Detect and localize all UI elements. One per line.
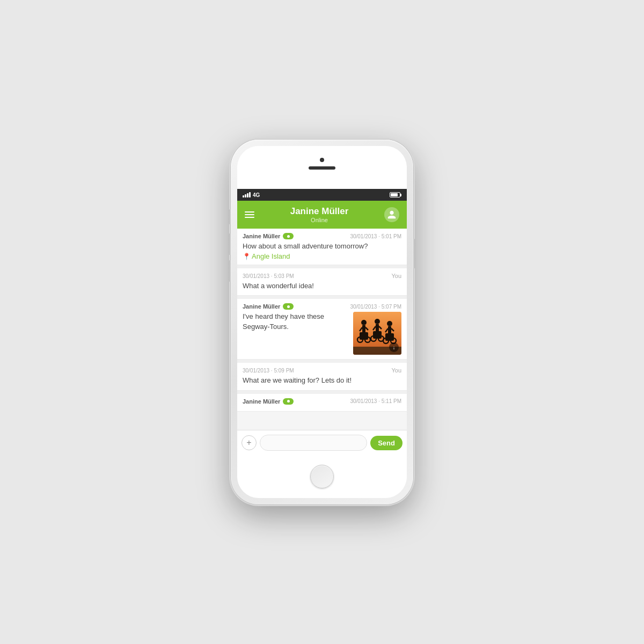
- phone-body: 4G: [231, 140, 413, 504]
- app-screen: 4G: [237, 189, 407, 455]
- app-header: Janine Müller Online: [237, 201, 407, 229]
- sender-row-1: Janine Müller: [243, 233, 294, 239]
- online-badge-5: [283, 398, 294, 405]
- header-title-area: Janine Müller Online: [290, 206, 349, 223]
- contact-avatar-button[interactable]: [384, 207, 399, 222]
- network-type-label: 4G: [253, 192, 260, 198]
- message-with-image-3: I've heard they have these Segway-Tours.: [243, 312, 401, 355]
- svg-rect-8: [360, 332, 368, 340]
- hamburger-line-1: [245, 211, 254, 213]
- volume-up-button[interactable]: [229, 233, 231, 255]
- message-text-2: What a wonderful idea!: [243, 281, 401, 291]
- sender-name-3: Janine Müller: [243, 303, 280, 310]
- message-text-1: How about a small adventure tomorrow?: [243, 241, 401, 251]
- front-camera: [320, 158, 324, 162]
- signal-bar-2: [245, 194, 246, 197]
- signal-bar-3: [247, 193, 248, 197]
- contact-name-header: Janine Müller: [290, 206, 349, 217]
- phone-top-decoration: [237, 146, 407, 189]
- location-text: Angle Island: [252, 252, 290, 260]
- phone-bottom-bar: [237, 455, 407, 498]
- online-dot-5: [287, 400, 290, 402]
- hamburger-line-2: [245, 214, 254, 215]
- location-pin-icon: 📍: [243, 253, 251, 260]
- message-time-5: 30/01/2013 · 5:11 PM: [350, 398, 401, 404]
- sender-row-5: Janine Müller: [243, 398, 294, 405]
- message-group-4: 30/01/2013 · 5:09 PM You What are we wai…: [237, 363, 407, 390]
- message-time-2: 30/01/2013 · 5:03 PM: [243, 273, 294, 279]
- power-button[interactable]: [413, 239, 415, 268]
- svg-point-2: [361, 320, 367, 325]
- online-badge-1: [283, 233, 294, 239]
- message-group-1: Janine Müller 30/01/2013 · 5:01 PM How a…: [237, 229, 407, 265]
- status-bar: 4G: [237, 189, 407, 201]
- message-input-area: + Send: [237, 430, 407, 455]
- phone-screen-container: 4G: [237, 146, 407, 498]
- sender-you-2: You: [391, 273, 401, 279]
- svg-rect-22: [385, 333, 394, 341]
- hamburger-menu-button[interactable]: [245, 211, 254, 218]
- signal-bar-4: [249, 192, 251, 197]
- svg-rect-3: [362, 325, 365, 333]
- volume-down-button[interactable]: [229, 260, 231, 282]
- mute-button[interactable]: [229, 209, 231, 224]
- message-meta-3: Janine Müller 30/01/2013 · 5:07 PM: [243, 303, 401, 310]
- download-arrow-icon: ↓: [393, 345, 396, 350]
- sender-you-4: You: [391, 367, 401, 374]
- message-time-1: 30/01/2013 · 5:01 PM: [350, 233, 401, 239]
- location-link-1[interactable]: 📍 Angle Island: [243, 252, 401, 260]
- message-text-3: I've heard they have these Segway-Tours.: [243, 312, 348, 331]
- message-group-5: Janine Müller 30/01/2013 · 5:11 PM: [237, 394, 407, 412]
- svg-point-16: [387, 321, 392, 326]
- message-image-container[interactable]: ↓: [353, 312, 401, 355]
- svg-rect-17: [388, 326, 391, 334]
- online-dot-3: [287, 305, 290, 308]
- message-text-input[interactable]: [260, 435, 367, 451]
- signal-bar-1: [243, 195, 244, 197]
- message-meta-2: 30/01/2013 · 5:03 PM You: [243, 273, 401, 279]
- status-left: 4G: [243, 192, 260, 198]
- battery-tip: [400, 194, 401, 196]
- person-icon: [387, 210, 397, 219]
- message-meta-5: Janine Müller 30/01/2013 · 5:11 PM: [243, 398, 401, 405]
- message-time-3: 30/01/2013 · 5:07 PM: [350, 304, 401, 310]
- home-button[interactable]: [310, 465, 334, 488]
- battery-icon: [390, 192, 401, 197]
- battery-fill: [391, 193, 398, 196]
- signal-bars: [243, 192, 251, 197]
- svg-rect-10: [376, 324, 379, 332]
- message-time-4: 30/01/2013 · 5:09 PM: [243, 368, 294, 374]
- message-meta-4: 30/01/2013 · 5:09 PM You: [243, 367, 401, 374]
- message-group-2: 30/01/2013 · 5:03 PM You What a wonderfu…: [237, 268, 407, 296]
- send-message-button[interactable]: Send: [370, 436, 402, 450]
- phone-mockup: 4G: [231, 140, 413, 504]
- contact-status-header: Online: [290, 217, 349, 223]
- add-attachment-button[interactable]: +: [241, 435, 257, 450]
- message-group-3: Janine Müller 30/01/2013 · 5:07 PM I've …: [237, 299, 407, 360]
- online-dot-1: [287, 235, 290, 238]
- hamburger-line-3: [245, 217, 254, 218]
- sender-name-1: Janine Müller: [243, 233, 280, 239]
- message-text-4: What are we waiting for? Lets do it!: [243, 376, 401, 385]
- message-meta-1: Janine Müller 30/01/2013 · 5:01 PM: [243, 233, 401, 239]
- chat-area[interactable]: Janine Müller 30/01/2013 · 5:01 PM How a…: [237, 229, 407, 430]
- speaker-grille: [309, 166, 335, 170]
- sender-row-3: Janine Müller: [243, 303, 294, 310]
- svg-point-9: [375, 319, 380, 324]
- svg-rect-15: [373, 331, 382, 339]
- sender-name-5: Janine Müller: [243, 398, 280, 405]
- online-badge-3: [283, 303, 294, 310]
- battery-body: [390, 192, 400, 197]
